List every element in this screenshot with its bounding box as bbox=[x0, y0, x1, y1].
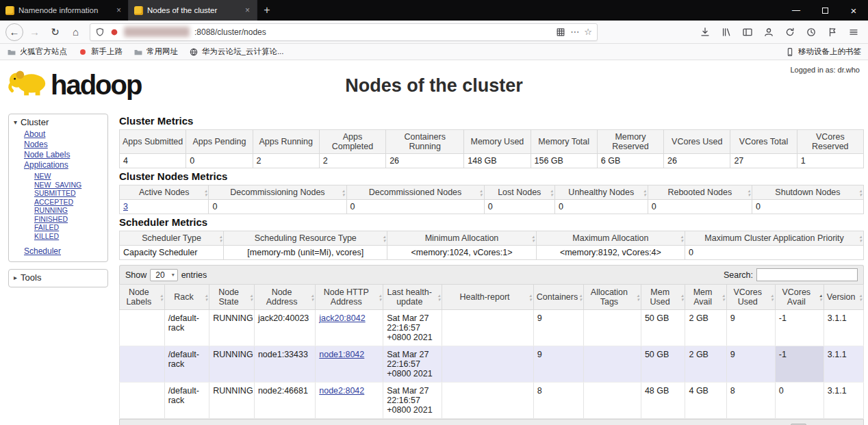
col-node-state[interactable]: Node State▴▾ bbox=[209, 285, 255, 310]
col-node-address[interactable]: Node Address▴▾ bbox=[254, 285, 315, 310]
reload-button[interactable]: ↻ bbox=[46, 23, 64, 41]
url-text[interactable]: :8088/cluster/nodes bbox=[194, 27, 551, 37]
col-minimum-allocation[interactable]: Minimum Allocation▴▾ bbox=[387, 231, 536, 246]
cell-containers: 8 bbox=[533, 383, 583, 419]
home-button[interactable]: ⌂ bbox=[66, 23, 85, 41]
tab-namenode-information[interactable]: Namenode information × bbox=[0, 0, 129, 21]
col-scheduling-resource-type[interactable]: Scheduling Resource Type▴▾ bbox=[224, 231, 387, 246]
col-decommissioning-nodes[interactable]: Decommissioning Nodes▴▾ bbox=[209, 185, 346, 200]
page-action-grid-icon[interactable] bbox=[556, 27, 565, 37]
account-icon[interactable] bbox=[759, 23, 778, 41]
cell-health-report bbox=[442, 346, 533, 383]
col-node-labels[interactable]: Node Labels▴▾ bbox=[120, 285, 165, 310]
sidebar-item-submitted[interactable]: SUBMITTED bbox=[34, 189, 103, 198]
col-last-health-update[interactable]: Last health-update▴▾ bbox=[383, 285, 442, 310]
bookmark-getting-started[interactable]: 新手上路 bbox=[78, 47, 123, 57]
back-button[interactable]: ← bbox=[5, 23, 23, 41]
sidebar-item-node-labels[interactable]: Node Labels bbox=[24, 150, 103, 160]
sidebar-item-accepted[interactable]: ACCEPTED bbox=[34, 198, 103, 207]
node-http-link[interactable]: node1:8042 bbox=[319, 350, 364, 359]
maximize-button[interactable] bbox=[810, 0, 839, 21]
sidebar-item-finished[interactable]: FINISHED bbox=[34, 215, 103, 224]
cluster-section-toggle[interactable]: ▾ Cluster bbox=[14, 117, 103, 127]
page-actions-icon[interactable]: ⋯ bbox=[570, 27, 579, 37]
sidebar-toggle-icon[interactable] bbox=[738, 23, 756, 41]
col-vcores-avail[interactable]: VCores Avail▴▾ bbox=[775, 285, 824, 310]
col-vcores-used[interactable]: VCores Used bbox=[664, 130, 730, 154]
cluster-metrics-table: Apps Submitted Apps Pending Apps Running… bbox=[119, 129, 864, 168]
sidebar-item-scheduler[interactable]: Scheduler bbox=[24, 246, 61, 256]
sidebar-item-new-saving[interactable]: NEW_SAVING bbox=[34, 181, 103, 190]
col-shutdown-nodes[interactable]: Shutdown Nodes▴▾ bbox=[752, 185, 863, 200]
sync-icon[interactable] bbox=[780, 23, 799, 41]
close-window-button[interactable]: × bbox=[839, 0, 868, 21]
col-health-report[interactable]: Health-report▴▾ bbox=[442, 285, 533, 310]
col-apps-completed[interactable]: Apps Completed bbox=[319, 130, 385, 154]
col-node-http-address[interactable]: Node HTTP Address▴▾ bbox=[316, 285, 383, 310]
col-vcores-used[interactable]: VCores Used▴▾ bbox=[726, 285, 775, 310]
col-memory-reserved[interactable]: Memory Reserved bbox=[597, 130, 663, 154]
mobile-bookmarks[interactable]: 移动设备上的书签 bbox=[785, 47, 861, 57]
col-decommissioned-nodes[interactable]: Decommissioned Nodes▴▾ bbox=[346, 185, 484, 200]
table-row: /default-rack RUNNING jack20:40023 jack2… bbox=[120, 310, 864, 346]
bookmark-star-icon[interactable]: ☆ bbox=[584, 27, 592, 37]
col-allocation-tags[interactable]: Allocation Tags▴▾ bbox=[583, 285, 641, 310]
cell-node-address: jack20:40023 bbox=[254, 310, 315, 346]
sidebar-item-killed[interactable]: KILLED bbox=[34, 232, 103, 241]
col-rebooted-nodes[interactable]: Rebooted Nodes▴▾ bbox=[648, 185, 752, 200]
search-input[interactable] bbox=[756, 268, 858, 281]
col-containers-running[interactable]: Containers Running bbox=[386, 130, 464, 154]
sidebar-item-applications[interactable]: Applications bbox=[24, 160, 103, 170]
download-icon[interactable] bbox=[695, 23, 714, 41]
cell-vcores-used: 9 bbox=[726, 346, 775, 383]
bookmark-common-sites[interactable]: 常用网址 bbox=[133, 47, 178, 57]
col-unhealthy-nodes[interactable]: Unhealthy Nodes▴▾ bbox=[554, 185, 648, 200]
page-size-select[interactable]: 20 ▾ bbox=[150, 269, 177, 281]
node-http-link[interactable]: jack20:8042 bbox=[319, 313, 365, 323]
sidebar-item-new[interactable]: NEW bbox=[34, 172, 103, 181]
col-maximum-allocation[interactable]: Maximum Allocation▴▾ bbox=[536, 231, 685, 246]
pocket-icon[interactable] bbox=[823, 23, 841, 41]
col-mem-avail[interactable]: Mem Avail▴▾ bbox=[685, 285, 726, 310]
close-icon[interactable]: × bbox=[244, 5, 251, 15]
new-tab-button[interactable]: + bbox=[257, 0, 277, 21]
col-max-cluster-app-priority[interactable]: Maximum Cluster Application Priority▴▾ bbox=[685, 231, 864, 246]
sidebar-item-failed[interactable]: FAILED bbox=[34, 223, 103, 232]
bookmark-firefox-official[interactable]: 火狐官方站点 bbox=[7, 47, 67, 57]
address-bar[interactable]: :8088/cluster/nodes ⋯ ☆ bbox=[90, 23, 598, 41]
col-scheduler-type[interactable]: Scheduler Type▴▾ bbox=[120, 231, 224, 246]
sidebar-item-nodes[interactable]: Nodes bbox=[24, 140, 103, 150]
col-apps-submitted[interactable]: Apps Submitted bbox=[120, 130, 186, 154]
col-version[interactable]: Version▴▾ bbox=[824, 285, 863, 310]
col-rack[interactable]: Rack▴▾ bbox=[164, 285, 209, 310]
sort-icon: ▴▾ bbox=[579, 294, 582, 301]
col-lost-nodes[interactable]: Lost Nodes▴▾ bbox=[484, 185, 554, 200]
tools-section-toggle[interactable]: ▸ Tools bbox=[14, 272, 103, 283]
sidebar-item-running[interactable]: RUNNING bbox=[34, 206, 103, 215]
node-http-link[interactable]: node2:8042 bbox=[319, 386, 364, 396]
active-nodes-link[interactable]: 3 bbox=[123, 202, 128, 211]
col-memory-used[interactable]: Memory Used bbox=[464, 130, 531, 154]
minimize-button[interactable]: — bbox=[782, 0, 810, 21]
browser-window: { "icons": { "back": "←", "forward": "→"… bbox=[0, 0, 868, 425]
col-active-nodes[interactable]: Active Nodes▴▾ bbox=[120, 185, 209, 200]
col-apps-pending[interactable]: Apps Pending bbox=[186, 130, 253, 154]
library-icon[interactable] bbox=[717, 23, 735, 41]
sidebar-item-about[interactable]: About bbox=[24, 129, 103, 140]
history-icon[interactable] bbox=[802, 23, 820, 41]
bookmark-huawei-cloud-forum[interactable]: 华为云论坛_云计算论... bbox=[189, 47, 283, 57]
sort-icon: ▴▾ bbox=[550, 189, 553, 196]
col-memory-total[interactable]: Memory Total bbox=[531, 130, 597, 154]
col-vcores-total[interactable]: VCores Total bbox=[730, 130, 797, 154]
forward-button[interactable]: → bbox=[25, 23, 44, 41]
col-apps-running[interactable]: Apps Running bbox=[253, 130, 319, 154]
shield-icon[interactable] bbox=[95, 27, 105, 37]
menu-icon[interactable] bbox=[844, 23, 863, 41]
cluster-nodes-metrics-table: Active Nodes▴▾ Decommissioning Nodes▴▾ D… bbox=[119, 185, 864, 214]
col-vcores-reserved[interactable]: VCores Reserved bbox=[797, 130, 863, 154]
close-icon[interactable]: × bbox=[115, 5, 123, 15]
col-containers[interactable]: Containers▴▾ bbox=[533, 285, 583, 310]
sort-icon: ▴▾ bbox=[311, 294, 314, 301]
col-mem-used[interactable]: Mem Used▴▾ bbox=[641, 285, 685, 310]
tab-nodes-of-cluster[interactable]: Nodes of the cluster × bbox=[129, 0, 257, 21]
